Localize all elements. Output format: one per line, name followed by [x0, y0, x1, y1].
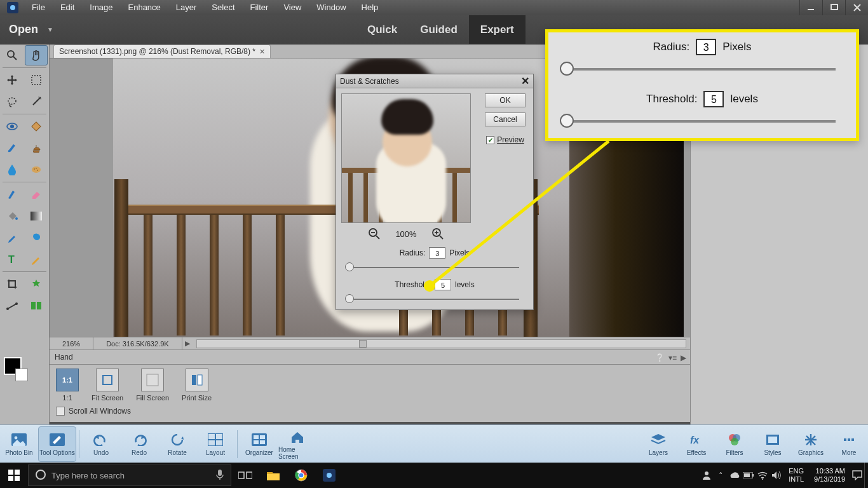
tray-people-icon[interactable] [700, 463, 714, 488]
tray-lang[interactable]: ENG INTL [783, 467, 809, 484]
chrome-icon[interactable] [287, 463, 315, 488]
styles-button[interactable]: Styles [754, 426, 792, 462]
radius-slider[interactable] [345, 262, 524, 273]
straighten-tool-icon[interactable] [1, 295, 24, 316]
tray-onedrive-icon[interactable] [728, 463, 742, 488]
tray-battery-icon[interactable] [742, 463, 756, 488]
gradient-tool-icon[interactable] [25, 206, 48, 226]
minimize-button[interactable] [799, 0, 822, 15]
redeye-tool-icon[interactable] [1, 116, 24, 137]
callout-radius-slider[interactable] [560, 62, 844, 77]
close-button[interactable] [845, 0, 868, 15]
menu-item[interactable]: File [24, 0, 53, 15]
spot-heal-tool-icon[interactable] [25, 116, 48, 137]
recompose-tool-icon[interactable] [25, 295, 48, 316]
hand-tool-icon[interactable] [25, 45, 48, 65]
threshold-slider[interactable] [345, 294, 524, 304]
taskbar-search[interactable]: Type here to search [28, 464, 231, 486]
menu-item[interactable]: Filter [243, 0, 276, 15]
close-tab-icon[interactable]: ✕ [259, 48, 265, 56]
magic-wand-tool-icon[interactable] [25, 92, 48, 112]
type-tool-icon[interactable]: T [1, 249, 24, 269]
mode-tab-guided[interactable]: Guided [409, 15, 469, 44]
menu-item[interactable]: Enhance [121, 0, 168, 15]
tray-chevron-up-icon[interactable]: ˄ [714, 463, 728, 488]
redo-button[interactable]: Redo [120, 426, 158, 462]
zoom-tool-icon[interactable] [1, 45, 24, 65]
panel-menu-icon[interactable]: ▾≡ [668, 350, 677, 365]
menu-item[interactable]: Window [309, 0, 353, 15]
threshold-input[interactable]: 5 [435, 279, 451, 290]
undo-button[interactable]: Undo [82, 426, 120, 462]
paintbrush-tool-icon[interactable] [1, 184, 24, 205]
print-size-button[interactable] [186, 369, 208, 391]
actual-pixels-button[interactable]: 1:1 [56, 369, 79, 391]
chevron-right-icon[interactable]: ▶ [182, 339, 193, 348]
dialog-preview[interactable] [341, 93, 471, 223]
slider-thumb[interactable] [345, 294, 354, 303]
menu-item[interactable]: Layer [168, 0, 205, 15]
callout-threshold-input[interactable]: 5 [703, 91, 724, 107]
organizer-button[interactable]: Organizer [240, 426, 278, 462]
mic-icon[interactable] [215, 469, 224, 482]
home-screen-button[interactable]: Home Screen [278, 426, 316, 462]
checkbox-icon[interactable] [56, 407, 65, 416]
filters-button[interactable]: Filters [715, 426, 754, 462]
menu-item[interactable]: Image [82, 0, 120, 15]
preview-checkbox[interactable]: ✔ Preview [486, 135, 524, 144]
mode-tab-expert[interactable]: Expert [469, 15, 526, 44]
radius-input[interactable]: 3 [429, 247, 445, 259]
zoom-level[interactable]: 216% [50, 337, 93, 350]
help-icon[interactable]: ❔ [655, 350, 665, 365]
color-swatch[interactable] [4, 357, 22, 375]
paint-bucket-tool-icon[interactable] [1, 206, 24, 226]
pse-taskbar-icon[interactable] [315, 463, 343, 488]
photo-bin-button[interactable]: Photo Bin [0, 426, 38, 462]
lasso-tool-icon[interactable] [1, 92, 24, 112]
layers-button[interactable]: Layers [639, 426, 677, 462]
scroll-thumb[interactable] [359, 340, 367, 348]
more-button[interactable]: More [830, 426, 868, 462]
show-desktop-button[interactable] [864, 463, 868, 488]
crop-tool-icon[interactable] [1, 274, 24, 294]
task-view-icon[interactable] [231, 463, 259, 488]
slider-thumb[interactable] [345, 262, 354, 271]
cancel-button[interactable]: Cancel [485, 112, 526, 126]
chevron-right-icon[interactable]: ▶ [681, 350, 686, 365]
move-tool-icon[interactable] [1, 70, 24, 90]
layout-button[interactable]: Layout [196, 426, 234, 462]
h-scrollbar[interactable] [196, 339, 686, 348]
dialog-titlebar[interactable]: Dust & Scratches ✕ [336, 74, 533, 88]
zoom-in-icon[interactable] [431, 227, 445, 241]
clone-stamp-tool-icon[interactable] [25, 138, 48, 158]
file-explorer-icon[interactable] [259, 463, 287, 488]
mode-tab-quick[interactable]: Quick [356, 15, 409, 44]
effects-button[interactable]: fxEffects [677, 426, 715, 462]
menu-item[interactable]: View [276, 0, 309, 15]
slider-thumb[interactable] [560, 62, 574, 76]
fit-screen-button[interactable] [96, 369, 119, 391]
shape-tool-icon[interactable] [25, 227, 48, 248]
tray-wifi-icon[interactable] [756, 463, 770, 488]
tray-clock[interactable]: 10:33 AM 9/13/2019 [809, 467, 850, 484]
menu-item[interactable]: Help [354, 0, 386, 15]
tool-options-button[interactable]: Tool Options [38, 426, 76, 462]
eyedropper-tool-icon[interactable] [1, 227, 24, 248]
marquee-tool-icon[interactable] [25, 70, 48, 90]
dialog-close-icon[interactable]: ✕ [521, 75, 529, 87]
pencil-tool-icon[interactable] [25, 249, 48, 269]
maximize-button[interactable] [822, 0, 845, 15]
callout-radius-input[interactable]: 3 [696, 39, 716, 55]
fill-screen-button[interactable] [141, 369, 164, 391]
cookie-cutter-tool-icon[interactable] [25, 274, 48, 294]
open-dropdown[interactable]: Open ▼ [9, 23, 53, 36]
start-button[interactable] [0, 463, 28, 488]
eraser-tool-icon[interactable] [25, 184, 48, 205]
callout-threshold-slider[interactable] [560, 114, 844, 129]
ok-button[interactable]: OK [485, 93, 526, 107]
document-tab[interactable]: Screenshot (1331).png @ 216% (Dust Remov… [53, 44, 271, 58]
slider-thumb[interactable] [560, 114, 574, 128]
menu-item[interactable]: Edit [53, 0, 82, 15]
zoom-out-icon[interactable] [367, 227, 381, 241]
blur-tool-icon[interactable] [1, 159, 24, 180]
